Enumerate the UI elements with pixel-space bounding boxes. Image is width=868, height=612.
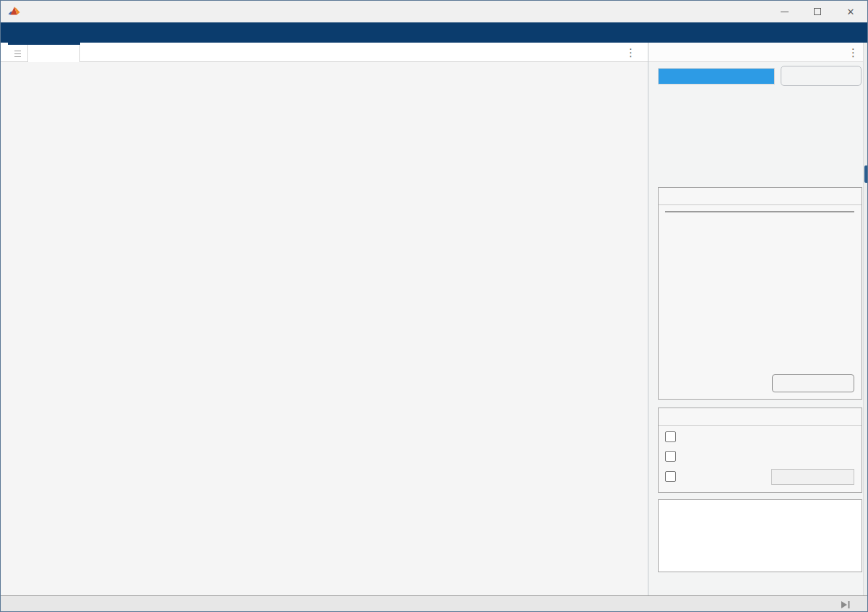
training-progress-panel: ⋮	[648, 43, 868, 595]
document-pane: ⋮	[1, 43, 648, 595]
training-information-box	[658, 187, 862, 400]
panel-scrollbar[interactable]	[863, 43, 868, 595]
main-area: ⋮ ⋮	[1, 43, 867, 595]
episode-reward-chart[interactable]	[1, 62, 648, 595]
expand-panel-icon[interactable]	[840, 600, 851, 610]
agent-status-table[interactable]	[665, 211, 854, 212]
plot-options-box	[658, 408, 862, 493]
checkbox-show-evaluation-statistic[interactable]	[665, 451, 682, 462]
progress-fill	[659, 69, 774, 84]
training-figure	[1, 62, 648, 595]
maximize-button[interactable]	[801, 1, 834, 22]
checkbox-icon[interactable]	[665, 471, 676, 482]
app-window: ✕ ⋮ ⋮	[0, 0, 868, 612]
title-bar: ✕	[1, 1, 867, 22]
tab-rldqnagent[interactable]	[28, 45, 80, 62]
tab-grip-icon[interactable]	[8, 45, 28, 62]
panel-header: ⋮	[648, 43, 868, 62]
chart-legend	[658, 499, 862, 572]
toolstrip-tab-training-monitor[interactable]	[1, 22, 867, 43]
close-button[interactable]: ✕	[834, 1, 867, 22]
checkbox-icon[interactable]	[665, 451, 676, 462]
document-tabstrip: ⋮	[1, 43, 648, 62]
last-n-episodes-input[interactable]	[771, 469, 854, 485]
checkbox-show-episodeq0[interactable]	[665, 431, 682, 442]
checkbox-icon[interactable]	[665, 431, 676, 442]
tab-kebab-menu-icon[interactable]: ⋮	[625, 47, 636, 58]
matlab-logo-icon	[8, 6, 21, 17]
more-details-button[interactable]	[772, 374, 854, 392]
minimize-button[interactable]	[768, 1, 801, 22]
training-progress-bar	[658, 68, 775, 85]
checkbox-show-last-n-episodes[interactable]	[665, 471, 682, 482]
training-stopped-button[interactable]	[781, 66, 862, 86]
panel-kebab-menu-icon[interactable]: ⋮	[848, 47, 859, 58]
scrollbar-thumb[interactable]	[864, 165, 868, 183]
status-bar	[1, 595, 867, 612]
